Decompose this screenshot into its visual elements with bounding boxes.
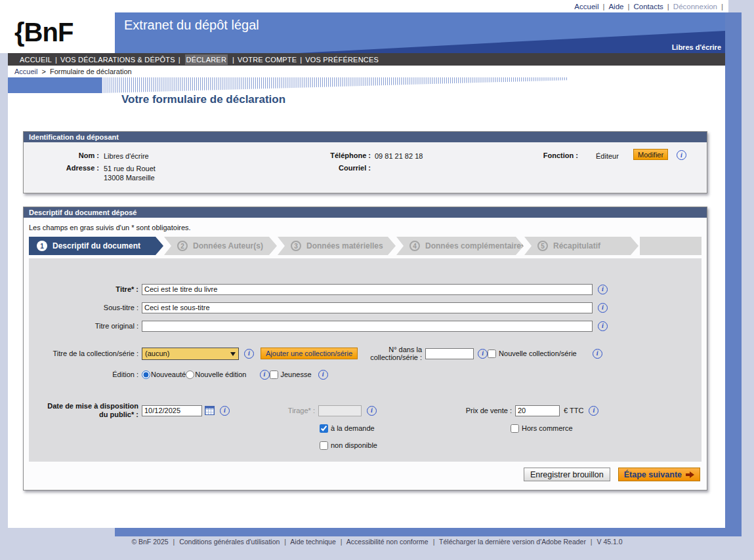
non-disponible-checkbox[interactable] [320, 441, 328, 450]
date-input[interactable] [142, 405, 202, 416]
fonction-info-icon[interactable]: i [677, 150, 686, 160]
nav-item-accueil[interactable]: ACCUEIL [20, 56, 52, 64]
bnf-logo[interactable]: {BnF [0, 12, 115, 49]
ajouter-collection-button[interactable]: Ajouter une collection/série [261, 348, 358, 359]
step-label: Données Auteur(s) [193, 241, 263, 250]
wizard-steps: 1 Descriptif du document 2 Données Auteu… [29, 237, 702, 255]
enregistrer-brouillon-button[interactable]: Enregistrer brouillon [524, 468, 610, 481]
separator: | [232, 56, 234, 64]
step-donnees-auteurs[interactable]: 2 Données Auteur(s) [164, 237, 277, 255]
modifier-button[interactable]: Modifier [633, 149, 668, 160]
titre-input[interactable] [142, 284, 593, 295]
breadcrumb-home-link[interactable]: Accueil [14, 68, 37, 75]
telephone-label: Téléphone : [280, 151, 371, 159]
header-banner: Extranet du dépôt légal Libres d'écrire [115, 12, 725, 53]
edition-info-icon[interactable]: i [260, 370, 270, 380]
prix-vente-input[interactable] [515, 405, 560, 416]
collection-select[interactable]: (aucun) [142, 348, 239, 360]
a-la-demande-checkbox[interactable] [320, 424, 328, 433]
separator: | [591, 538, 593, 546]
num-collection-info-icon[interactable]: i [478, 349, 488, 359]
sous-titre-input[interactable] [142, 302, 593, 313]
non-disponible-label[interactable]: non disponible [331, 441, 377, 449]
nouveaute-label[interactable]: Nouveauté [151, 370, 186, 378]
top-link-contacts[interactable]: Contacts [633, 3, 663, 10]
breadcrumb: Accueil > Formulaire de déclaration [8, 66, 725, 77]
fonction-label: Fonction : [513, 151, 578, 159]
descriptif-panel-title: Descriptif du document déposé [24, 207, 707, 218]
nav-item-votre-compte[interactable]: VOTRE COMPTE [238, 56, 297, 64]
right-edge-decoration [725, 12, 742, 536]
step-label: Données complémentaires [425, 241, 526, 250]
step-label: Récapitulatif [553, 241, 600, 250]
nav-item-declarer[interactable]: DÉCLARER [185, 54, 228, 65]
step-recapitulatif[interactable]: 5 Récapitulatif [524, 237, 639, 255]
adresse-label: Adresse : [30, 164, 99, 172]
nouveaute-radio[interactable] [142, 370, 150, 379]
tirage-label: Tirage* : [234, 407, 315, 414]
hors-commerce-label[interactable]: Hors commerce [522, 424, 573, 432]
date-info-icon[interactable]: i [220, 406, 230, 416]
top-link-deconnexion[interactable]: Déconnexion [673, 3, 717, 10]
prix-info-icon[interactable]: i [589, 406, 598, 416]
descriptif-panel: Descriptif du document déposé Les champs… [23, 207, 707, 490]
step-donnees-materielles[interactable]: 3 Données matérielles [278, 237, 396, 255]
main-nav: ACCUEIL | VOS DÉCLARATIONS & DÉPÔTS | DÉ… [8, 53, 725, 66]
breadcrumb-separator: > [41, 68, 45, 75]
num-collection-input[interactable] [425, 348, 474, 359]
sous-titre-label: Sous-titre : [29, 304, 138, 311]
titre-original-input[interactable] [142, 321, 593, 332]
titre-info-icon[interactable]: i [598, 285, 608, 294]
step-number: 4 [409, 241, 420, 251]
jeunesse-info-icon[interactable]: i [318, 370, 328, 380]
nouvelle-collection-checkbox[interactable] [488, 350, 496, 358]
jeunesse-label[interactable]: Jeunesse [281, 370, 312, 378]
etape-suivante-button[interactable]: Étape suivante [618, 468, 700, 481]
etape-suivante-label: Étape suivante [624, 470, 682, 479]
step-number: 1 [37, 241, 47, 251]
top-link-accueil[interactable]: Accueil [574, 3, 598, 10]
nouvelle-edition-radio[interactable] [186, 370, 194, 379]
step-donnees-complementaires[interactable]: 4 Données complémentaires [396, 237, 524, 255]
date-label-ligne1: Date de mise à disposition [47, 402, 138, 410]
logo-area: {BnF [0, 12, 115, 53]
separator: | [433, 538, 435, 546]
sous-titre-info-icon[interactable]: i [598, 303, 608, 313]
identification-panel-title: Identification du déposant [24, 132, 707, 142]
jeunesse-checkbox[interactable] [270, 370, 278, 379]
footer-link-aide-technique[interactable]: Aide technique [290, 538, 335, 546]
app-title: Extranet du dépôt légal [115, 12, 725, 33]
footer-link-conditions[interactable]: Conditions générales d'utilisation [179, 538, 280, 546]
footer-link-adobe-reader[interactable]: Télécharger la dernière version d'Adobe … [439, 538, 586, 546]
num-collection-label-ligne1: N° dans la [388, 346, 422, 353]
nom-label: Nom : [30, 151, 99, 159]
step-number: 2 [177, 241, 188, 251]
step-label: Descriptif du document [52, 241, 140, 250]
account-name: Libres d'écrire [672, 43, 721, 51]
nouvelle-edition-label[interactable]: Nouvelle édition [195, 370, 246, 378]
edition-row: Édition : Nouveauté Nouvelle édition i J… [29, 368, 702, 381]
nav-item-declarations-depots[interactable]: VOS DÉCLARATIONS & DÉPÔTS [60, 56, 175, 64]
titre-original-info-icon[interactable]: i [598, 321, 608, 331]
tirage-info-icon[interactable]: i [367, 406, 377, 416]
title-band-decoration [8, 77, 102, 93]
calendar-icon[interactable] [205, 406, 215, 415]
nav-item-preferences[interactable]: VOS PRÉFÉRENCES [305, 56, 379, 64]
step-descriptif-du-document[interactable]: 1 Descriptif du document [29, 237, 163, 255]
separator: | [341, 538, 343, 546]
adresse-value-ligne1: 51 rue du Rouet [104, 164, 156, 173]
a-la-demande-label[interactable]: à la demande [331, 424, 375, 432]
step-number: 3 [291, 241, 301, 251]
footer-link-accessibilite[interactable]: Accessibilité non conforme [346, 538, 429, 546]
collection-info-icon[interactable]: i [244, 349, 254, 359]
arrow-right-icon [686, 471, 694, 478]
nouvelle-collection-info-icon[interactable]: i [593, 349, 602, 359]
hors-commerce-checkbox[interactable] [511, 424, 519, 433]
footer-version: V 45.1.0 [597, 538, 623, 546]
edition-label: Édition : [29, 370, 138, 378]
step-label: Données matérielles [306, 241, 383, 250]
document-form: Titre* : i Sous-titre : i Titre original… [29, 258, 702, 462]
adresse-value-ligne2: 13008 Marseille [104, 173, 155, 182]
top-link-aide[interactable]: Aide [608, 3, 623, 10]
nouvelle-collection-label[interactable]: Nouvelle collection/série [499, 350, 577, 357]
